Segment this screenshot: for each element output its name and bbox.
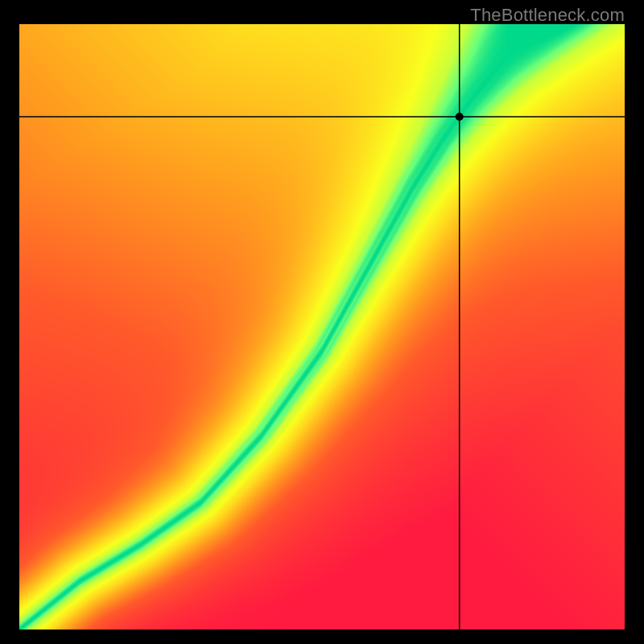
heatmap-canvas: [19, 24, 625, 630]
attribution-text: TheBottleneck.com: [470, 5, 625, 26]
heatmap-plot: [19, 24, 625, 630]
